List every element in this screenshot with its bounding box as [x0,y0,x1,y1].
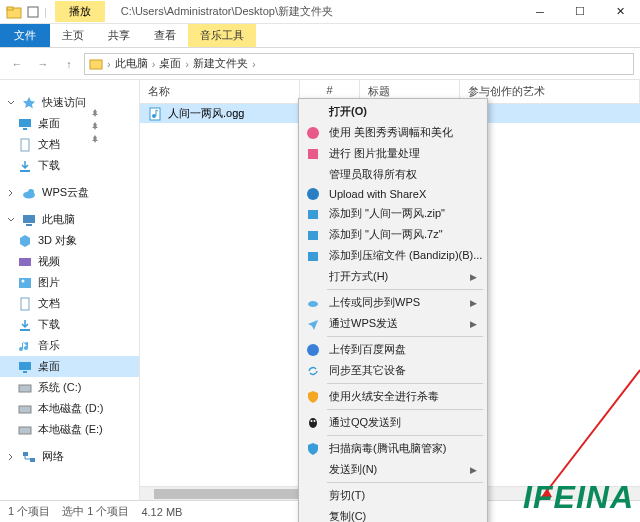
cm-wps-send[interactable]: 通过WPS发送▶ [299,313,487,334]
cm-copy[interactable]: 复制(C) [299,506,487,522]
svg-rect-11 [26,224,32,226]
nav-downloads[interactable]: 下载 [0,155,139,176]
disk-icon [18,423,32,437]
minimize-button[interactable]: ─ [520,0,560,24]
cm-label: 使用 美图秀秀调幅和美化 [329,125,453,140]
cm-baidu[interactable]: 上传到百度网盘 [299,339,487,360]
breadcrumb-desktop[interactable]: 桌面 [159,56,181,71]
cm-batch[interactable]: 进行 图片批量处理 [299,143,487,164]
up-button[interactable]: ↑ [58,53,80,75]
nav-wps-cloud[interactable]: WPS云盘 [0,182,139,203]
breadcrumb[interactable]: › 此电脑 › 桌面 › 新建文件夹 › [84,53,634,75]
cm-add-7z[interactable]: 添加到 "人间一两风.7z" [299,224,487,245]
cm-tencent-scan[interactable]: 扫描病毒(腾讯电脑管家) [299,438,487,459]
cm-meitu[interactable]: 使用 美图秀秀调幅和美化 [299,122,487,143]
view-tab[interactable]: 查看 [142,24,188,47]
nav-network[interactable]: 网络 [0,446,139,467]
cm-sync-devices[interactable]: 同步至其它设备 [299,360,487,381]
svg-rect-18 [23,371,27,373]
nav-3d-objects[interactable]: 3D 对象 [0,230,139,251]
cm-admin[interactable]: 管理员取得所有权 [299,164,487,185]
chevron-right-icon[interactable]: › [183,58,191,70]
nav-label: 3D 对象 [38,233,77,248]
cm-qq-send[interactable]: 通过QQ发送到 [299,412,487,433]
cm-open-with[interactable]: 打开方式(H)▶ [299,266,487,287]
nav-pictures[interactable]: 图片 [0,272,139,293]
nav-music[interactable]: 音乐 [0,335,139,356]
svg-rect-15 [21,298,29,310]
music-icon [18,339,32,353]
baidu-icon [305,342,321,358]
cm-label: 上传或同步到WPS [329,295,420,310]
svg-point-14 [22,279,25,282]
nav-downloads-2[interactable]: 下载 [0,314,139,335]
cm-huorong[interactable]: 使用火绒安全进行杀毒 [299,386,487,407]
cm-label: 通过WPS发送 [329,316,398,331]
menu-separator [327,482,483,483]
nav-label: 此电脑 [42,212,75,227]
meitu-icon [305,125,321,141]
chevron-right-icon: ▶ [470,465,477,475]
nav-disk-e[interactable]: 本地磁盘 (E:) [0,419,139,440]
breadcrumb-pc[interactable]: 此电脑 [115,56,148,71]
nav-desktop-2[interactable]: 桌面 [0,356,139,377]
cm-wps-sync[interactable]: 上传或同步到WPS▶ [299,292,487,313]
contextual-tab-playback[interactable]: 播放 [55,1,105,22]
chevron-right-icon[interactable]: › [105,58,113,70]
nav-documents-2[interactable]: 文档 [0,293,139,314]
forward-button[interactable]: → [32,53,54,75]
maximize-button[interactable]: ☐ [560,0,600,24]
close-button[interactable]: ✕ [600,0,640,24]
nav-videos[interactable]: 视频 [0,251,139,272]
nav-label: WPS云盘 [42,185,89,200]
video-icon [18,255,32,269]
pin-column [0,106,190,146]
cm-label: 复制(C) [329,509,366,522]
music-tools-tab[interactable]: 音乐工具 [188,24,256,47]
batch-icon [305,146,321,162]
home-tab[interactable]: 主页 [50,24,96,47]
properties-icon[interactable] [26,5,40,19]
file-tab[interactable]: 文件 [0,24,50,47]
cm-sharex[interactable]: Upload with ShareX [299,185,487,203]
svg-rect-21 [19,427,31,434]
nav-disk-d[interactable]: 本地磁盘 (D:) [0,398,139,419]
cm-label: 使用火绒安全进行杀毒 [329,389,439,404]
svg-point-9 [28,189,34,195]
cm-add-bandizip[interactable]: 添加到压缩文件 (Bandizip)(B)... [299,245,487,266]
cm-send-to[interactable]: 发送到(N)▶ [299,459,487,480]
archive-icon [305,206,321,222]
cm-add-zip[interactable]: 添加到 "人间一两风.zip" [299,203,487,224]
disk-icon [18,402,32,416]
nav-this-pc[interactable]: 此电脑 [0,209,139,230]
column-name[interactable]: 名称 [140,80,300,103]
status-size: 4.12 MB [141,506,182,518]
share-tab[interactable]: 共享 [96,24,142,47]
cm-cut[interactable]: 剪切(T) [299,485,487,506]
cm-label: 管理员取得所有权 [329,167,417,182]
nav-disk-c[interactable]: 系统 (C:) [0,377,139,398]
chevron-right-icon[interactable]: › [250,58,258,70]
shield-icon [305,441,321,457]
back-button[interactable]: ← [6,53,28,75]
archive-icon [305,227,321,243]
cloud-icon [305,295,321,311]
pin-icon [90,121,100,131]
cm-label: 添加到压缩文件 (Bandizip)(B)... [329,248,482,263]
breadcrumb-folder[interactable]: 新建文件夹 [193,56,248,71]
chevron-right-icon[interactable]: › [150,58,158,70]
chevron-right-icon: ▶ [470,272,477,282]
svg-point-36 [314,420,316,422]
cm-label: 通过QQ发送到 [329,415,401,430]
cm-open[interactable]: 打开(O) [299,101,487,122]
network-icon [22,450,36,464]
document-icon [18,297,32,311]
svg-rect-13 [19,278,31,288]
nav-label: 系统 (C:) [38,380,81,395]
svg-rect-17 [19,362,31,370]
context-menu: 打开(O) 使用 美图秀秀调幅和美化 进行 图片批量处理 管理员取得所有权 Up… [298,98,488,522]
cloud-icon [22,186,36,200]
menu-separator [327,383,483,384]
svg-rect-10 [23,215,35,223]
nav-label: 本地磁盘 (D:) [38,401,103,416]
